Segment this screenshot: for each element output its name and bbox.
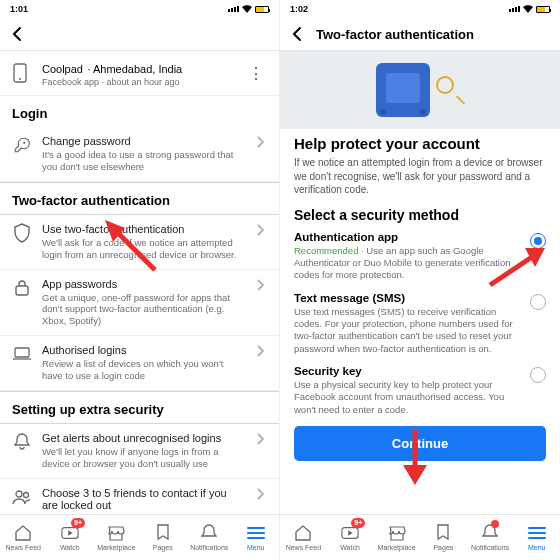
section-login: Login [0,96,279,127]
screen-security-settings: 1:01 Coolpad · Ahmedabad, India Facebook… [0,0,280,560]
header [0,18,279,51]
chevron-right-icon [255,223,267,237]
radio-security-key[interactable] [530,367,546,383]
device-location: Ahmedabad, India [93,63,182,75]
device-sub: Facebook app · about an hour ago [42,77,234,87]
tab-news-feed[interactable]: News Feed [280,515,327,560]
status-bar: 1:02 [280,0,560,18]
device-row[interactable]: Coolpad · Ahmedabad, India Facebook app … [0,51,279,96]
tab-watch[interactable]: 9+Watch [327,515,374,560]
tab-menu[interactable]: Menu [513,515,560,560]
lock-icon [12,278,32,298]
row-login-alerts[interactable]: Get alerts about unrecognised loginsWe'l… [0,424,279,479]
phone-icon [12,63,32,83]
chevron-right-icon [255,135,267,149]
chevron-right-icon [255,487,267,501]
people-icon [12,487,32,507]
tab-watch[interactable]: 9+Watch [47,515,94,560]
intro-text: If we notice an attempted login from a d… [294,156,546,197]
back-icon[interactable] [290,26,306,42]
continue-button[interactable]: Continue [294,426,546,461]
status-time: 1:01 [10,4,28,14]
row-trusted-contacts[interactable]: Choose 3 to 5 friends to contact if you … [0,479,279,514]
svg-point-2 [23,142,25,144]
svg-point-6 [24,492,29,497]
method-sms[interactable]: Text message (SMS) Use text messages (SM… [294,292,546,355]
svg-rect-4 [15,348,29,357]
recommended-label: Recommended [294,245,358,256]
section-extra-security: Setting up extra security [0,391,279,424]
select-method-heading: Select a security method [294,207,546,223]
tab-pages[interactable]: Pages [140,515,187,560]
svg-point-1 [19,78,21,80]
tab-menu[interactable]: Menu [233,515,280,560]
tab-news-feed[interactable]: News Feed [0,515,47,560]
watch-badge: 9+ [351,518,365,528]
settings-content: Coolpad · Ahmedabad, India Facebook app … [0,51,279,514]
page-title: Two-factor authentication [316,27,474,42]
laptop-icon [12,344,32,364]
status-indicators [228,5,269,13]
status-indicators [509,5,550,13]
radio-auth-app[interactable] [530,233,546,249]
tab-notifications[interactable]: Notifications [467,515,514,560]
key-icon [12,135,32,155]
header: Two-factor authentication [280,18,560,51]
radio-sms[interactable] [530,294,546,310]
screen-2fa-setup: 1:02 Two-factor authentication Help prot… [280,0,560,560]
tab-bar: News Feed 9+Watch Marketplace Pages Noti… [280,514,560,560]
watch-badge: 9+ [71,518,85,528]
headline: Help protect your account [294,135,546,152]
svg-point-5 [16,491,22,497]
magnifier-icon [436,76,464,104]
method-auth-app[interactable]: Authentication app Recommended · Use an … [294,231,546,282]
more-icon[interactable]: ⋮ [244,64,267,83]
chevron-right-icon [255,278,267,292]
safe-icon [376,63,430,117]
hero-illustration [280,51,560,129]
back-icon[interactable] [10,26,26,42]
setup-content: Help protect your account If we notice a… [280,135,560,514]
tab-pages[interactable]: Pages [420,515,467,560]
row-use-2fa[interactable]: Use two-factor authenticationWe'll ask f… [0,215,279,270]
chevron-right-icon [255,432,267,446]
bell-icon [12,432,32,452]
row-change-password[interactable]: Change passwordIt's a good idea to use a… [0,127,279,182]
shield-icon [12,223,32,243]
svg-rect-3 [16,286,28,295]
status-bar: 1:01 [0,0,279,18]
method-security-key[interactable]: Security key Use a physical security key… [294,365,546,416]
device-name: Coolpad [42,63,83,75]
tab-bar: News Feed 9+Watch Marketplace Pages Noti… [0,514,279,560]
section-twofa: Two-factor authentication [0,182,279,215]
tab-marketplace[interactable]: Marketplace [373,515,420,560]
chevron-right-icon [255,344,267,358]
tab-marketplace[interactable]: Marketplace [93,515,140,560]
row-app-passwords[interactable]: App passwordsGet a unique, one-off passw… [0,270,279,337]
status-time: 1:02 [290,4,308,14]
tab-notifications[interactable]: Notifications [186,515,233,560]
row-authorised-logins[interactable]: Authorised loginsReview a list of device… [0,336,279,391]
